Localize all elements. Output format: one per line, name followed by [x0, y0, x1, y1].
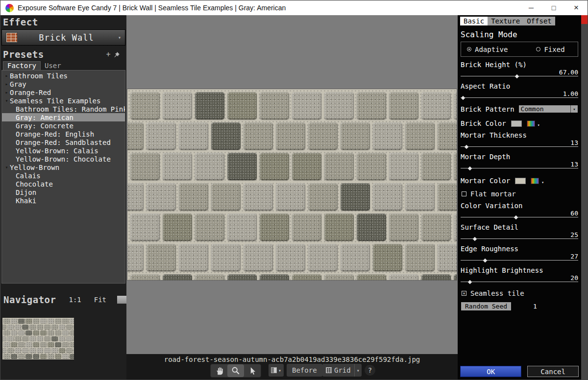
- preset-item[interactable]: Yellow-Brown: Chocolate: [2, 155, 125, 163]
- chevron-right-icon[interactable]: ▸: [3, 73, 10, 78]
- preset-item[interactable]: Orange-Red: Sandblasted: [2, 138, 125, 146]
- panel-edge-strip: [581, 15, 588, 380]
- brick: [244, 122, 273, 150]
- brick: [405, 122, 435, 150]
- chevron-down-icon[interactable]: ▾: [354, 364, 362, 377]
- chevron-down-icon[interactable]: ▾: [3, 98, 10, 103]
- tab-offset[interactable]: Offset: [523, 17, 555, 25]
- preset-item[interactable]: ▸Orange-Red: [2, 88, 125, 96]
- slider-track[interactable]: [461, 166, 578, 170]
- slider-track[interactable]: [461, 258, 578, 262]
- maximize-button[interactable]: □: [542, 0, 565, 15]
- slider-thumb[interactable]: [514, 215, 518, 219]
- slider-track[interactable]: [461, 144, 578, 149]
- grid-button[interactable]: Grid ▾: [322, 364, 362, 377]
- preset-item[interactable]: Bathroom Tiles: Random Pink: [2, 105, 125, 113]
- slider-thumb[interactable]: [515, 74, 519, 78]
- brick: [260, 153, 289, 180]
- thumbnail-brick-surface: [2, 318, 74, 359]
- preset-tree[interactable]: ▸Bathroom Tiles▸Gray▸Orange-Red▾Seamless…: [1, 70, 125, 284]
- slider-label: Mortar Depth: [461, 153, 578, 161]
- brick: [48, 354, 54, 359]
- red-marker[interactable]: [581, 15, 588, 24]
- slider-thumb[interactable]: [461, 96, 465, 100]
- preset-item[interactable]: Gray: Concrete: [2, 121, 125, 130]
- chevron-down-icon[interactable]: ▾: [541, 180, 544, 185]
- brick: [55, 331, 61, 335]
- radio-fixed[interactable]: Fixed: [536, 46, 564, 53]
- effect-selector-label: Brick Wall: [18, 33, 115, 43]
- radio-adaptive[interactable]: Adaptive: [467, 46, 508, 53]
- grid-button-label: Grid: [334, 366, 351, 374]
- preset-item[interactable]: ▸Gray: [2, 80, 125, 88]
- chevron-down-icon[interactable]: ▾: [278, 368, 281, 373]
- hand-tool-button[interactable]: [211, 364, 227, 377]
- chevron-down-icon[interactable]: ▾: [538, 123, 540, 127]
- preset-item[interactable]: Calais: [2, 171, 125, 180]
- brick-pattern-dropdown[interactable]: Common ▾: [518, 105, 578, 113]
- preset-item[interactable]: Khaki: [2, 196, 125, 205]
- slider-thumb[interactable]: [465, 145, 468, 149]
- random-seed-value: 1: [533, 303, 537, 310]
- grid-button-main[interactable]: Grid: [322, 366, 354, 374]
- radio-icon[interactable]: [536, 47, 540, 51]
- radio-icon[interactable]: [467, 47, 471, 51]
- slider-track[interactable]: [461, 237, 578, 241]
- chevron-down-icon[interactable]: ▾: [3, 165, 10, 170]
- random-seed-button[interactable]: Random Seed: [461, 302, 512, 311]
- slider-track[interactable]: [461, 215, 578, 219]
- close-button[interactable]: ×: [565, 0, 588, 15]
- preset-item[interactable]: Orange-Red: English: [2, 130, 125, 138]
- mortar-color-swatch[interactable]: [515, 178, 526, 184]
- brick-color-swatch[interactable]: [511, 120, 522, 127]
- preset-item[interactable]: ▸Bathroom Tiles: [2, 71, 125, 80]
- tab-factory[interactable]: Factory: [3, 61, 41, 70]
- zoom-actual-size-button[interactable]: 1:1: [69, 296, 81, 304]
- seamless-tile-checkbox[interactable]: × Seamless tile: [462, 289, 578, 297]
- color-picker-icon[interactable]: [527, 120, 535, 127]
- tab-user[interactable]: User: [41, 62, 65, 70]
- select-tool-button[interactable]: [244, 364, 261, 377]
- slider-label: Surface Detail: [461, 223, 578, 231]
- preset-item[interactable]: Chocolate: [2, 180, 125, 188]
- minimize-button[interactable]: ─: [520, 0, 542, 15]
- chevron-right-icon[interactable]: ▸: [3, 90, 10, 95]
- slider-thumb[interactable]: [468, 166, 472, 170]
- flat-mortar-checkbox[interactable]: Flat mortar: [462, 190, 578, 198]
- checkbox-icon[interactable]: [462, 191, 466, 196]
- preview-filename: road-forest-season-autumn-acb7a2b0419ad3…: [126, 356, 458, 363]
- preset-item[interactable]: ▾Yellow-Brown: [2, 163, 125, 171]
- navigator-thumbnail[interactable]: [2, 318, 74, 359]
- slider-thumb[interactable]: [473, 237, 477, 241]
- chevron-down-icon[interactable]: ▾: [570, 105, 578, 113]
- slider-track[interactable]: [461, 74, 578, 78]
- cancel-button[interactable]: Cancel: [527, 366, 579, 377]
- brick: [33, 319, 39, 324]
- slider-track[interactable]: [461, 280, 578, 284]
- chevron-down-icon[interactable]: ▾: [115, 35, 124, 40]
- tab-basic[interactable]: Basic: [460, 17, 488, 25]
- brick: [11, 319, 17, 324]
- slider-thumb[interactable]: [468, 280, 472, 284]
- brick-preview-image[interactable]: [127, 89, 457, 280]
- chevron-right-icon[interactable]: ▸: [3, 81, 10, 87]
- before-button[interactable]: Before: [287, 364, 322, 377]
- preset-item[interactable]: Gray: American: [2, 113, 125, 121]
- zoom-fit-button[interactable]: Fit: [94, 296, 106, 304]
- preset-item[interactable]: Dijon: [2, 188, 125, 196]
- view-mode-button[interactable]: ▾: [269, 364, 284, 377]
- preset-item[interactable]: Yellow-Brown: Calais: [2, 146, 125, 155]
- slider-track[interactable]: [461, 95, 578, 100]
- tab-texture[interactable]: Texture: [488, 17, 523, 25]
- slider-thumb[interactable]: [483, 259, 487, 262]
- checkbox-icon[interactable]: ×: [462, 291, 466, 296]
- mortar-color-row: Mortar Color ▾: [461, 177, 578, 185]
- color-picker-icon[interactable]: [531, 178, 539, 184]
- zoom-tool-button[interactable]: [227, 364, 244, 377]
- help-button[interactable]: ?: [365, 365, 375, 376]
- ok-button[interactable]: OK: [460, 366, 521, 377]
- effect-selector-button[interactable]: Brick Wall ▾: [1, 29, 125, 46]
- pin-button[interactable]: [114, 51, 122, 58]
- add-preset-button[interactable]: +: [103, 50, 114, 59]
- preset-item[interactable]: ▾Seamless Tile Examples: [2, 96, 125, 105]
